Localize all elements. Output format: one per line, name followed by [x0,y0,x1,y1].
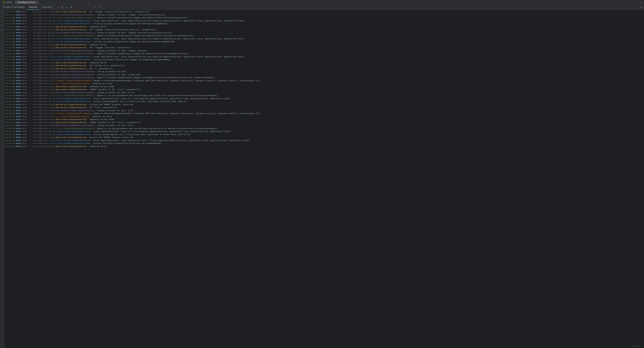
log-message: : Mapped to ResourceHttpRequestHandler [… [92,112,260,115]
step-out-button[interactable]: ↑ [83,6,87,9]
log-time: 28:26.908 [6,64,15,67]
actuator-icon: ⊕ [41,6,42,9]
log-class: o.s.web.servlet.DispatcherServlet [52,145,87,148]
log-time: 28:26.909 [6,85,15,88]
log-thread-id: 28162 [22,17,28,19]
more-actions-button[interactable]: … [102,6,106,9]
log-thread-name: [io-8000-exec-10] [33,29,51,31]
log-separator: --- [29,97,32,100]
log-line: 28:26.918DEBUG28162---[nio-8000-exec-4]s… [4,130,644,133]
resume-button[interactable]: ▶ [65,6,69,9]
actuator-label: Actuator [43,6,52,9]
log-class: o.s.web.servlet.DispatcherServlet [52,88,87,91]
log-time: 28:26.909 [6,82,15,85]
log-class: o.s.web.servlet.DispatcherServlet [52,67,87,70]
sidebar-more-icon[interactable]: ⊘ [0,28,4,31]
sidebar-remove-icon[interactable]: ⊖ [0,19,4,23]
tab-console[interactable]: Console [27,5,39,10]
toolbar-separator-2 [74,6,74,9]
log-line: 28:26.909DEBUG28162---[nio-8000-exec-3]p… [4,91,644,94]
log-time: 28:26.870 [6,26,15,28]
log-class: o.s.web.servlet.DispatcherServlet [52,29,87,31]
step-over-button[interactable]: ↷ [75,6,79,9]
log-level: DEBUG [16,70,21,73]
log-time: 28:26.915 [6,106,15,109]
log-level: DEBUG [16,23,21,25]
sidebar-settings-icon[interactable]: ⊙ [0,23,4,27]
log-level: DEBUG [16,61,21,64]
restore-icon[interactable]: ⊡ [640,1,643,4]
log-message: : Using 'application/json', given [appli… [92,38,244,40]
log-class: s.w.s.m.m.a.HttpEntityMethodProcessor [52,97,91,100]
debug-tab[interactable]: 🐛 Debug [1,1,14,4]
toolbar: Threads & Variables Console ⊕ Actuator ↺… [0,5,644,10]
log-level: DEBUG [16,76,21,79]
log-thread-id: 28162 [22,145,28,148]
log-level: DEBUG [16,46,21,49]
log-class: s.w.s.m.m.a.HttpEntityMethodProcessor [52,20,91,22]
log-thread-id: 28162 [22,64,28,67]
log-thread-id: 28162 [22,121,28,124]
restart-button[interactable]: ↺ [56,6,60,9]
log-thread-name: [nio-8000-exec-4] [33,109,51,112]
log-thread-name: [nio-8000-exec-3] [33,70,51,73]
console-output[interactable]: 28:26.868DEBUG28162---[nio-8000-exec-9]o… [4,10,644,348]
expand-button[interactable]: ⊡ [640,6,643,9]
log-level: DEBUG [16,26,21,28]
log-separator: --- [29,46,32,49]
log-class: o.s.web.servlet.DispatcherServlet [52,106,87,109]
log-separator: --- [29,26,32,28]
pause-button[interactable]: ⏸ [69,6,73,9]
log-level: DEBUG [16,109,21,112]
log-separator: --- [29,38,32,40]
log-time: 28:26.895 [6,38,15,40]
log-time: 28:26.918 [6,130,15,133]
log-line: 28:26.915DEBUG28162---[nio-8000-exec-4]o… [4,106,644,109]
log-class: s.w.s.m.m.a.RequestMappingHandlerMapping [52,35,94,37]
log-separator: --- [29,106,32,109]
log-separator: --- [29,91,32,94]
log-line: 28:26.915DEBUG28162---[nio-8000-exec-4]p… [4,109,644,112]
log-thread-name: [nio-8000-exec-4] [33,121,51,124]
log-thread-name: [nio-8000-exec-3] [33,82,51,85]
log-thread-id: 28162 [22,44,28,46]
log-thread-id: 28162 [22,23,28,25]
demo-app-icon: ▶ [16,1,18,4]
log-time: 28:26.895 [6,40,15,43]
log-time: 28:26.899 [6,46,15,49]
revert-button[interactable]: ↩ [94,6,98,9]
log-separator: --- [29,35,32,37]
more-options-icon[interactable]: ⋮ [636,1,640,4]
log-level: DEBUG [16,91,21,94]
log-message: : Writing [{timestamp=Sat Jun 17 17:28:2… [92,100,186,103]
log-line: 28:26.869DEBUG28162---[nio-8000-exec-9]s… [4,20,644,23]
log-class: o.s.web.servlet.DispatcherServlet [52,103,87,106]
log-thread-id: 28162 [22,29,28,31]
log-line: 28:26.928DEBUG28162---[nio-8000-exec-2]s… [4,142,644,145]
sidebar-add-icon[interactable]: ⊕ [0,15,4,19]
log-level: DEBUG [16,88,21,91]
log-message: : GET "/swagger-resources/configuration/… [87,29,156,31]
sidebar-filter-icon[interactable]: ≡ [0,11,4,14]
run-to-cursor-button[interactable]: ⤵ [88,6,92,9]
log-level: DEBUG [16,121,21,124]
log-message: : Completed 200 OK [87,145,106,148]
log-level: DEBUG [16,127,21,130]
tab-threads-variables[interactable]: Threads & Variables [1,5,27,10]
tab-actuator[interactable]: ⊕ Actuator [39,5,54,10]
stop-button[interactable]: ⬛ [60,6,64,9]
log-thread-id: 28162 [22,40,28,43]
step-into-button[interactable]: ↓ [79,6,83,9]
log-thread-name: [nio-8000-exec-1] [33,61,51,64]
log-class: pertySourcedRequestMappingHandlerMapping [52,14,94,16]
close-tab-icon[interactable]: × [36,2,37,3]
log-class: s.w.s.m.m.a.HttpEntityMethodProcessor [52,38,91,40]
log-class: o.s.web.servlet.DispatcherServlet [52,61,87,64]
log-message: : "ERROR" dispatch for GET "/error", par… [87,88,141,91]
log-level: DEBUG [16,58,21,61]
edit-config-button[interactable]: ✎ [98,6,102,9]
demo-app-tab[interactable]: ▶ DemoApplication × [15,1,39,4]
log-class: s.w.s.m.m.a.RequestMappingHandlerMapping [52,17,94,19]
log-line: 28:26.917DEBUG28162---[nio-8000-exec-4]o… [4,118,644,121]
log-time: 28:26.869 [6,20,15,22]
